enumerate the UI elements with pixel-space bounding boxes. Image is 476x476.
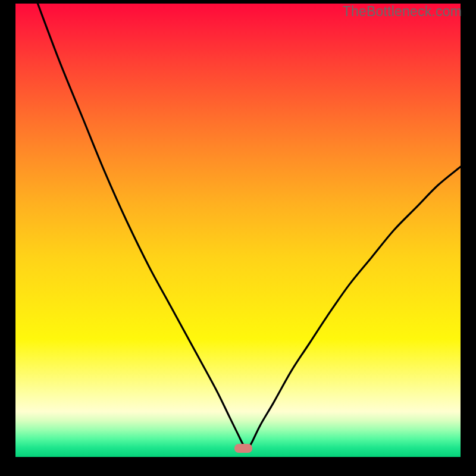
optimal-point-marker bbox=[234, 444, 252, 453]
watermark-text: TheBottleneck.com bbox=[343, 4, 462, 20]
plot-area bbox=[15, 4, 461, 457]
chart-frame: TheBottleneck.com bbox=[0, 0, 476, 476]
bottleneck-curve bbox=[15, 4, 461, 457]
